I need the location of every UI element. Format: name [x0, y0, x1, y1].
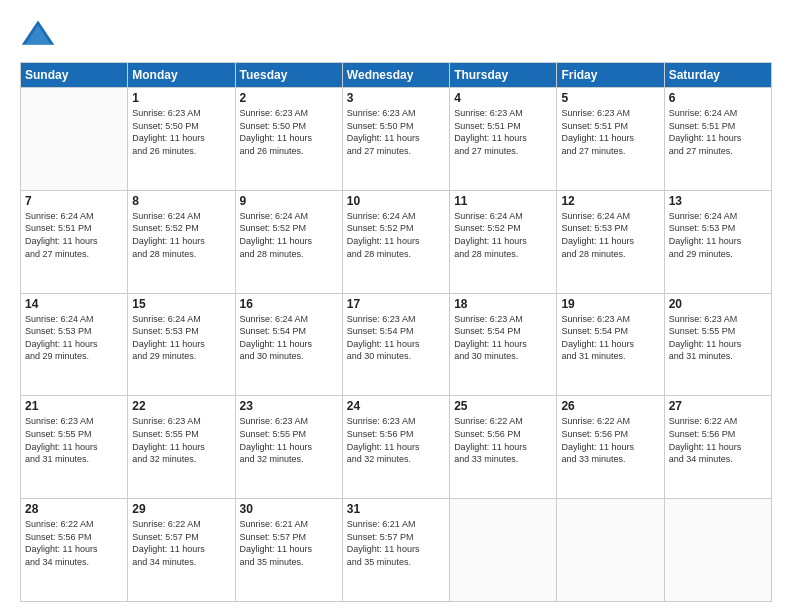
calendar-cell — [450, 499, 557, 602]
day-number: 10 — [347, 194, 445, 208]
calendar-cell: 28Sunrise: 6:22 AMSunset: 5:56 PMDayligh… — [21, 499, 128, 602]
day-info: Sunrise: 6:24 AMSunset: 5:52 PMDaylight:… — [132, 210, 230, 260]
day-info: Sunrise: 6:23 AMSunset: 5:55 PMDaylight:… — [132, 415, 230, 465]
calendar-cell: 5Sunrise: 6:23 AMSunset: 5:51 PMDaylight… — [557, 88, 664, 191]
day-info: Sunrise: 6:24 AMSunset: 5:53 PMDaylight:… — [25, 313, 123, 363]
header-day-thursday: Thursday — [450, 63, 557, 88]
day-number: 4 — [454, 91, 552, 105]
page: SundayMondayTuesdayWednesdayThursdayFrid… — [0, 0, 792, 612]
day-number: 9 — [240, 194, 338, 208]
day-number: 12 — [561, 194, 659, 208]
calendar-cell — [664, 499, 771, 602]
calendar-cell: 2Sunrise: 6:23 AMSunset: 5:50 PMDaylight… — [235, 88, 342, 191]
calendar-cell: 29Sunrise: 6:22 AMSunset: 5:57 PMDayligh… — [128, 499, 235, 602]
day-info: Sunrise: 6:23 AMSunset: 5:51 PMDaylight:… — [454, 107, 552, 157]
calendar-cell: 30Sunrise: 6:21 AMSunset: 5:57 PMDayligh… — [235, 499, 342, 602]
calendar-cell: 20Sunrise: 6:23 AMSunset: 5:55 PMDayligh… — [664, 293, 771, 396]
day-info: Sunrise: 6:23 AMSunset: 5:51 PMDaylight:… — [561, 107, 659, 157]
day-number: 30 — [240, 502, 338, 516]
day-info: Sunrise: 6:24 AMSunset: 5:52 PMDaylight:… — [240, 210, 338, 260]
day-number: 2 — [240, 91, 338, 105]
day-number: 25 — [454, 399, 552, 413]
day-number: 5 — [561, 91, 659, 105]
calendar: SundayMondayTuesdayWednesdayThursdayFrid… — [20, 62, 772, 602]
day-number: 13 — [669, 194, 767, 208]
calendar-cell: 10Sunrise: 6:24 AMSunset: 5:52 PMDayligh… — [342, 190, 449, 293]
calendar-cell: 14Sunrise: 6:24 AMSunset: 5:53 PMDayligh… — [21, 293, 128, 396]
calendar-cell: 3Sunrise: 6:23 AMSunset: 5:50 PMDaylight… — [342, 88, 449, 191]
calendar-cell: 12Sunrise: 6:24 AMSunset: 5:53 PMDayligh… — [557, 190, 664, 293]
week-row-2: 7Sunrise: 6:24 AMSunset: 5:51 PMDaylight… — [21, 190, 772, 293]
day-number: 8 — [132, 194, 230, 208]
calendar-cell: 7Sunrise: 6:24 AMSunset: 5:51 PMDaylight… — [21, 190, 128, 293]
day-info: Sunrise: 6:23 AMSunset: 5:50 PMDaylight:… — [347, 107, 445, 157]
logo — [20, 16, 62, 52]
calendar-cell: 15Sunrise: 6:24 AMSunset: 5:53 PMDayligh… — [128, 293, 235, 396]
header-day-saturday: Saturday — [664, 63, 771, 88]
header-day-monday: Monday — [128, 63, 235, 88]
day-info: Sunrise: 6:23 AMSunset: 5:55 PMDaylight:… — [240, 415, 338, 465]
day-info: Sunrise: 6:22 AMSunset: 5:56 PMDaylight:… — [25, 518, 123, 568]
calendar-cell: 4Sunrise: 6:23 AMSunset: 5:51 PMDaylight… — [450, 88, 557, 191]
calendar-cell: 11Sunrise: 6:24 AMSunset: 5:52 PMDayligh… — [450, 190, 557, 293]
day-info: Sunrise: 6:21 AMSunset: 5:57 PMDaylight:… — [240, 518, 338, 568]
calendar-cell: 19Sunrise: 6:23 AMSunset: 5:54 PMDayligh… — [557, 293, 664, 396]
day-number: 18 — [454, 297, 552, 311]
header-day-friday: Friday — [557, 63, 664, 88]
calendar-cell: 24Sunrise: 6:23 AMSunset: 5:56 PMDayligh… — [342, 396, 449, 499]
calendar-cell: 1Sunrise: 6:23 AMSunset: 5:50 PMDaylight… — [128, 88, 235, 191]
day-info: Sunrise: 6:23 AMSunset: 5:56 PMDaylight:… — [347, 415, 445, 465]
day-number: 11 — [454, 194, 552, 208]
day-info: Sunrise: 6:21 AMSunset: 5:57 PMDaylight:… — [347, 518, 445, 568]
day-info: Sunrise: 6:22 AMSunset: 5:56 PMDaylight:… — [669, 415, 767, 465]
header-day-wednesday: Wednesday — [342, 63, 449, 88]
day-number: 23 — [240, 399, 338, 413]
day-info: Sunrise: 6:23 AMSunset: 5:54 PMDaylight:… — [561, 313, 659, 363]
calendar-cell: 9Sunrise: 6:24 AMSunset: 5:52 PMDaylight… — [235, 190, 342, 293]
calendar-cell: 26Sunrise: 6:22 AMSunset: 5:56 PMDayligh… — [557, 396, 664, 499]
day-number: 29 — [132, 502, 230, 516]
calendar-cell: 6Sunrise: 6:24 AMSunset: 5:51 PMDaylight… — [664, 88, 771, 191]
calendar-cell: 27Sunrise: 6:22 AMSunset: 5:56 PMDayligh… — [664, 396, 771, 499]
calendar-cell: 13Sunrise: 6:24 AMSunset: 5:53 PMDayligh… — [664, 190, 771, 293]
day-info: Sunrise: 6:24 AMSunset: 5:52 PMDaylight:… — [454, 210, 552, 260]
day-number: 22 — [132, 399, 230, 413]
logo-icon — [20, 16, 56, 52]
day-number: 27 — [669, 399, 767, 413]
day-info: Sunrise: 6:24 AMSunset: 5:52 PMDaylight:… — [347, 210, 445, 260]
day-info: Sunrise: 6:23 AMSunset: 5:55 PMDaylight:… — [669, 313, 767, 363]
day-number: 16 — [240, 297, 338, 311]
day-number: 6 — [669, 91, 767, 105]
day-number: 15 — [132, 297, 230, 311]
calendar-cell: 21Sunrise: 6:23 AMSunset: 5:55 PMDayligh… — [21, 396, 128, 499]
day-number: 21 — [25, 399, 123, 413]
calendar-cell — [557, 499, 664, 602]
day-info: Sunrise: 6:23 AMSunset: 5:55 PMDaylight:… — [25, 415, 123, 465]
calendar-cell: 8Sunrise: 6:24 AMSunset: 5:52 PMDaylight… — [128, 190, 235, 293]
day-number: 17 — [347, 297, 445, 311]
header-day-tuesday: Tuesday — [235, 63, 342, 88]
day-info: Sunrise: 6:24 AMSunset: 5:51 PMDaylight:… — [25, 210, 123, 260]
header-day-sunday: Sunday — [21, 63, 128, 88]
week-row-3: 14Sunrise: 6:24 AMSunset: 5:53 PMDayligh… — [21, 293, 772, 396]
day-info: Sunrise: 6:22 AMSunset: 5:56 PMDaylight:… — [454, 415, 552, 465]
week-row-4: 21Sunrise: 6:23 AMSunset: 5:55 PMDayligh… — [21, 396, 772, 499]
week-row-1: 1Sunrise: 6:23 AMSunset: 5:50 PMDaylight… — [21, 88, 772, 191]
day-info: Sunrise: 6:24 AMSunset: 5:53 PMDaylight:… — [132, 313, 230, 363]
day-info: Sunrise: 6:23 AMSunset: 5:54 PMDaylight:… — [454, 313, 552, 363]
day-number: 28 — [25, 502, 123, 516]
day-info: Sunrise: 6:23 AMSunset: 5:54 PMDaylight:… — [347, 313, 445, 363]
day-number: 7 — [25, 194, 123, 208]
day-number: 3 — [347, 91, 445, 105]
day-info: Sunrise: 6:22 AMSunset: 5:57 PMDaylight:… — [132, 518, 230, 568]
day-info: Sunrise: 6:22 AMSunset: 5:56 PMDaylight:… — [561, 415, 659, 465]
day-info: Sunrise: 6:23 AMSunset: 5:50 PMDaylight:… — [132, 107, 230, 157]
week-row-5: 28Sunrise: 6:22 AMSunset: 5:56 PMDayligh… — [21, 499, 772, 602]
day-number: 24 — [347, 399, 445, 413]
calendar-cell: 23Sunrise: 6:23 AMSunset: 5:55 PMDayligh… — [235, 396, 342, 499]
day-info: Sunrise: 6:24 AMSunset: 5:51 PMDaylight:… — [669, 107, 767, 157]
day-number: 31 — [347, 502, 445, 516]
calendar-header-row: SundayMondayTuesdayWednesdayThursdayFrid… — [21, 63, 772, 88]
calendar-cell: 16Sunrise: 6:24 AMSunset: 5:54 PMDayligh… — [235, 293, 342, 396]
day-number: 1 — [132, 91, 230, 105]
